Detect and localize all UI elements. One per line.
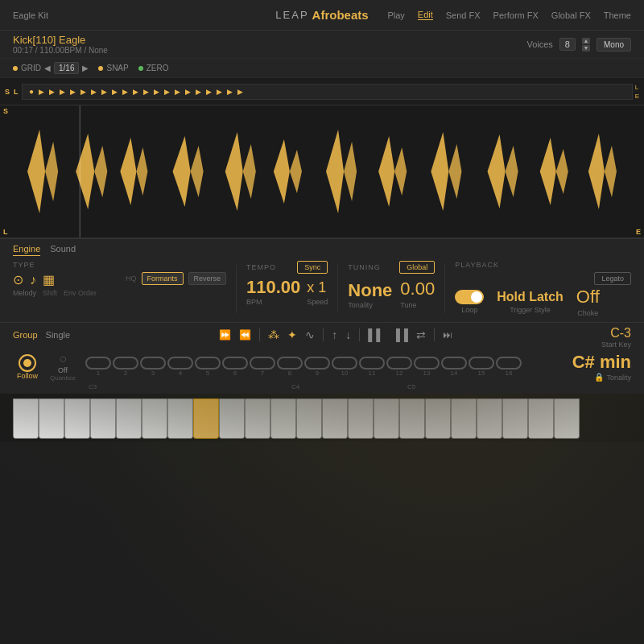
pad-14[interactable]: 14 bbox=[441, 357, 467, 377]
voices-down-arrow[interactable]: ▼ bbox=[582, 45, 590, 52]
nav-edit[interactable]: Edit bbox=[418, 10, 433, 20]
piano-key-5[interactable] bbox=[116, 398, 142, 439]
grid-controls: GRID ◀ 1/16 ▶ SNAP ZERO bbox=[0, 59, 644, 78]
melody-label: Melody bbox=[13, 289, 36, 297]
pad-num-1: 1 bbox=[97, 369, 100, 377]
pad-8[interactable]: 8 bbox=[277, 357, 303, 377]
piano-key-12[interactable] bbox=[296, 398, 322, 439]
pad-1[interactable]: 1 bbox=[85, 357, 111, 377]
toolbar-fast-forward[interactable]: ⏩ bbox=[217, 328, 233, 342]
snap-item: SNAP bbox=[98, 64, 128, 72]
pad-9[interactable]: 9 bbox=[304, 357, 330, 377]
toolbar-bars2[interactable]: ▐▐ bbox=[390, 327, 410, 343]
grid-label: GRID bbox=[21, 64, 41, 72]
grid-value[interactable]: 1/16 bbox=[54, 62, 79, 74]
quantize-icon: ○ bbox=[59, 352, 67, 366]
piano-key-1[interactable] bbox=[13, 398, 39, 439]
tab-engine[interactable]: Engine bbox=[13, 244, 40, 256]
global-button[interactable]: Global bbox=[399, 261, 435, 274]
nav-theme[interactable]: Theme bbox=[604, 10, 631, 20]
waveform-area[interactable]: S L E bbox=[0, 105, 644, 238]
toolbar-up[interactable]: ↑ bbox=[330, 327, 339, 343]
toolbar-fast-back[interactable]: ⏪ bbox=[237, 328, 253, 342]
piano-key-6[interactable] bbox=[142, 398, 167, 439]
pad-3[interactable]: 3 bbox=[140, 357, 166, 377]
waveform-canvas bbox=[11, 105, 633, 237]
shift-label: Shift bbox=[43, 289, 57, 297]
follow-label: Follow bbox=[17, 372, 38, 380]
pad-6[interactable]: 6 bbox=[222, 357, 248, 377]
piano-key-2[interactable] bbox=[39, 398, 64, 439]
pad-loop-1 bbox=[85, 357, 111, 369]
pad-2[interactable]: 2 bbox=[113, 357, 138, 377]
playback-controls: Loop Hold Latch Trigger Style Off Choke bbox=[455, 287, 631, 317]
grid-right-arrow[interactable]: ▶ bbox=[82, 64, 89, 72]
grid-left-arrow[interactable]: ◀ bbox=[44, 64, 51, 72]
voices-up-arrow[interactable]: ▲ bbox=[582, 38, 590, 44]
vsep-2 bbox=[337, 265, 338, 313]
follow-circle-inner bbox=[23, 359, 31, 367]
pad-11[interactable]: 11 bbox=[359, 357, 385, 377]
piano-key-4[interactable] bbox=[90, 398, 116, 439]
note-spacer-5 bbox=[224, 383, 251, 390]
piano-key-13[interactable] bbox=[322, 398, 348, 439]
sync-button[interactable]: Sync bbox=[297, 261, 328, 274]
pad-4[interactable]: 4 bbox=[167, 357, 193, 377]
pad-16[interactable]: 16 bbox=[496, 357, 522, 377]
melody-icon[interactable]: ♪ bbox=[30, 273, 36, 287]
piano-key-17[interactable] bbox=[425, 398, 451, 439]
tab-single[interactable]: Single bbox=[46, 330, 71, 340]
nav-send-fx[interactable]: Send FX bbox=[446, 10, 481, 20]
piano-key-15[interactable] bbox=[374, 398, 399, 439]
pad-10[interactable]: 10 bbox=[332, 357, 357, 377]
quantize-label: Quantize bbox=[50, 374, 76, 382]
toolbar-down[interactable]: ↓ bbox=[344, 327, 353, 343]
follow-button[interactable] bbox=[19, 354, 36, 372]
piano-key-8-active[interactable] bbox=[193, 398, 219, 439]
piano-key-18[interactable] bbox=[451, 398, 477, 439]
toolbar-end[interactable]: ⏭ bbox=[441, 328, 454, 342]
seq-end-labels: L E bbox=[635, 84, 639, 100]
pad-12[interactable]: 12 bbox=[386, 357, 412, 377]
pad-loop-7 bbox=[250, 357, 275, 369]
toolbar-grid2[interactable]: ✦ bbox=[286, 327, 299, 343]
toolbar-wave[interactable]: ∿ bbox=[303, 327, 316, 343]
piano-key-9[interactable] bbox=[219, 398, 245, 439]
toolbar-grid1[interactable]: ⁂ bbox=[266, 327, 281, 343]
playback-block: PLAYBACK Legato Loop Hold Latch Trigger bbox=[455, 261, 631, 317]
piano-key-7[interactable] bbox=[167, 398, 193, 439]
loop-label: Loop bbox=[461, 306, 477, 314]
mono-button[interactable]: Mono bbox=[597, 38, 631, 52]
pad-5[interactable]: 5 bbox=[195, 357, 221, 377]
loop-toggle[interactable] bbox=[455, 290, 484, 304]
piano-key-16[interactable] bbox=[399, 398, 425, 439]
piano-key-11[interactable] bbox=[270, 398, 296, 439]
nav-play[interactable]: Play bbox=[387, 10, 404, 20]
piano-key-22[interactable] bbox=[554, 398, 580, 439]
toolbar-sep-4 bbox=[434, 328, 435, 341]
toolbar-bars1[interactable]: ▌▌ bbox=[366, 327, 386, 343]
pad-15[interactable]: 15 bbox=[469, 357, 494, 377]
piano-key-10[interactable] bbox=[245, 398, 270, 439]
formants-button[interactable]: Formants bbox=[142, 272, 184, 285]
piano-key-20[interactable] bbox=[502, 398, 528, 439]
oscillator-icon[interactable]: ⊙ bbox=[13, 272, 23, 287]
tab-sound[interactable]: Sound bbox=[50, 244, 76, 256]
pad-7[interactable]: 7 bbox=[250, 357, 275, 377]
piano-key-14[interactable] bbox=[348, 398, 374, 439]
grid-item: GRID ◀ 1/16 ▶ bbox=[13, 62, 89, 74]
sequencer-bar[interactable]: ● ▶ ▶ ▶ ▶ ▶ ▶ ▶ ▶ ▶ ▶ ▶ ▶ ▶ ▶ ▶ ▶ ▶ ▶ ▶ bbox=[22, 84, 633, 100]
piano-key-21[interactable] bbox=[528, 398, 554, 439]
piano-key-3[interactable] bbox=[64, 398, 90, 439]
legato-button[interactable]: Legato bbox=[594, 272, 631, 285]
piano-key-19[interactable] bbox=[477, 398, 502, 439]
zero-dot bbox=[138, 66, 143, 71]
voices-value[interactable]: 8 bbox=[559, 38, 576, 51]
nav-perform-fx[interactable]: Perform FX bbox=[493, 10, 539, 20]
toolbar-arrows[interactable]: ⇄ bbox=[415, 327, 427, 343]
reverse-button[interactable]: Reverse bbox=[188, 272, 227, 285]
nav-global-fx[interactable]: Global FX bbox=[551, 10, 591, 20]
grid-icon[interactable]: ▦ bbox=[43, 272, 55, 287]
tab-group[interactable]: Group bbox=[13, 330, 38, 340]
pad-13[interactable]: 13 bbox=[414, 357, 440, 377]
